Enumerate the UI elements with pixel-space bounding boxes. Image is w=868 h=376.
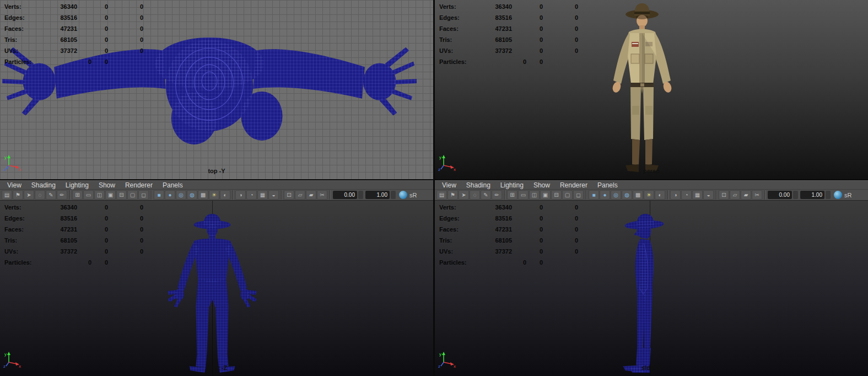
viewport-persp[interactable]: Verts:3634000Edges:8351600Faces:4723100T… [435,0,868,179]
gamma-field[interactable]: 1.00 [800,191,824,199]
shaded-display-icon[interactable]: ■ [154,190,164,200]
motion-blur-icon[interactable]: ◔ [681,190,692,200]
smooth-shade-icon[interactable]: ● [165,190,175,200]
safe-title-icon[interactable]: ◻ [138,190,149,200]
textured-display-icon[interactable]: ▩ [633,190,643,200]
panel-menu-icon[interactable]: ▤ [436,190,447,200]
resolution-gate-icon[interactable]: ◫ [529,190,540,200]
motion-blur-icon[interactable]: ◔ [246,190,257,200]
menu-renderer[interactable]: Renderer [120,181,158,189]
xray-joints-icon[interactable]: ▰ [306,190,316,200]
lasso-select-icon[interactable]: ◌ [35,190,45,200]
menu-renderer[interactable]: Renderer [555,181,592,189]
xray-icon[interactable]: ▱ [730,190,740,200]
pencil-tool-icon[interactable]: ✏ [57,190,67,200]
hud-row: Edges:8351600 [439,12,578,23]
exposure-field[interactable]: 0.00 [768,191,792,199]
depth-of-field-icon[interactable]: ◒ [268,190,279,200]
hud-stat-label: Tris: [439,237,490,244]
safe-action-icon[interactable]: ▢ [562,190,573,200]
viewport-label-side: side -X [435,364,868,371]
safe-title-icon[interactable]: ◻ [573,190,584,200]
menu-lighting[interactable]: Lighting [495,181,529,189]
hud-stat-value: 47231 [55,25,77,32]
gate-mask-icon[interactable]: ▣ [540,190,551,200]
menu-shading[interactable]: Shading [26,181,61,189]
exposure-stepper[interactable] [358,191,363,199]
svg-text:x: x [454,364,456,368]
isolate-select-glyph: ⊡ [287,192,291,198]
isolate-select-glyph: ⊡ [721,192,726,198]
lasso-select-icon[interactable]: ◌ [470,190,480,200]
gamma-field[interactable]: 1.00 [365,191,390,199]
clip-plane-icon[interactable]: ✂ [317,190,327,200]
xray-icon[interactable]: ▱ [295,190,305,200]
color-management-icon[interactable] [834,191,842,199]
exposure-stepper[interactable] [793,191,798,199]
isolate-select-icon[interactable]: ⊡ [284,190,294,200]
multisample-aa-icon[interactable]: ▦ [692,190,703,200]
select-tool-icon[interactable]: ➤ [459,190,469,200]
menu-show[interactable]: Show [529,181,555,189]
hud-row: Particles:00 [4,56,143,67]
bookmark-icon[interactable]: ⚑ [13,190,23,200]
shaded-display-icon[interactable]: ■ [589,190,599,200]
menu-view[interactable]: View [2,181,26,189]
hud-stat-value: 0 [512,215,543,222]
flat-shade-icon[interactable]: ◎ [611,190,621,200]
wireframe-model-front-view[interactable] [146,211,278,374]
hud-stat-value: 0 [512,248,543,255]
textured-display-icon[interactable]: ▩ [198,190,208,200]
depth-of-field-glyph: ◒ [707,192,710,198]
use-all-lights-icon[interactable]: ☀ [644,190,654,200]
viewport-front[interactable]: Verts:3634000Edges:8351600Faces:4723100T… [0,201,433,376]
menu-shading[interactable]: Shading [461,181,495,189]
panel-menubar: ViewShadingLightingShowRendererPanels [0,180,433,189]
viewport-top[interactable]: Verts:3634000Edges:8351600Faces:4723100T… [0,0,433,179]
xray-joints-icon[interactable]: ▰ [741,190,751,200]
paint-select-icon[interactable]: ✎ [481,190,491,200]
grid-toggle-icon[interactable]: ⊞ [72,190,83,200]
color-management-icon[interactable] [399,191,407,199]
menu-panels[interactable]: Panels [158,181,188,189]
exposure-field[interactable]: 0.00 [333,191,357,199]
select-tool-icon[interactable]: ➤ [24,190,34,200]
multisample-aa-icon[interactable]: ▦ [257,190,268,200]
menu-panels[interactable]: Panels [592,181,623,189]
film-gate-icon[interactable]: ▭ [518,190,529,200]
shadows-icon[interactable]: ◐ [655,190,665,200]
flat-shade-icon[interactable]: ◎ [176,190,186,200]
hud-stat-label: Particles: [439,259,490,266]
grid-toggle-icon[interactable]: ⊞ [507,190,517,200]
hud-stat-value: 0 [543,47,578,54]
clip-plane-icon[interactable]: ✂ [752,190,762,200]
wireframe-on-shaded-icon[interactable]: ◍ [622,190,632,200]
gate-mask-icon[interactable]: ▣ [105,190,116,200]
depth-of-field-icon[interactable]: ◒ [703,190,714,200]
viewport-side[interactable]: Verts:3634000Edges:8351600Faces:4723100T… [435,201,868,376]
wireframe-on-shaded-icon[interactable]: ◍ [187,190,197,200]
pencil-tool-icon[interactable]: ✏ [492,190,502,200]
isolate-select-icon[interactable]: ⊡ [719,190,729,200]
menu-view[interactable]: View [437,181,461,189]
shadows-icon[interactable]: ◐ [220,190,230,200]
paint-select-icon[interactable]: ✎ [46,190,56,200]
menu-show[interactable]: Show [94,181,120,189]
use-all-lights-icon[interactable]: ☀ [209,190,219,200]
field-chart-icon[interactable]: ⊟ [551,190,562,200]
safe-action-icon[interactable]: ▢ [127,190,138,200]
wireframe-model-side-view[interactable] [609,211,686,374]
clip-plane-glyph: ✂ [754,192,759,198]
screen-ao-icon[interactable]: ◑ [670,190,681,200]
smooth-shade-icon[interactable]: ● [600,190,610,200]
gamma-stepper[interactable] [826,191,831,199]
film-gate-icon[interactable]: ▭ [83,190,94,200]
bookmark-icon[interactable]: ⚑ [448,190,458,200]
field-chart-icon[interactable]: ⊟ [116,190,127,200]
gamma-stepper[interactable] [391,191,396,199]
menu-lighting[interactable]: Lighting [61,181,94,189]
resolution-gate-icon[interactable]: ◫ [94,190,105,200]
textured-model-persp-view[interactable] [587,1,697,178]
screen-ao-icon[interactable]: ◑ [235,190,246,200]
panel-menu-icon[interactable]: ▤ [2,190,12,200]
